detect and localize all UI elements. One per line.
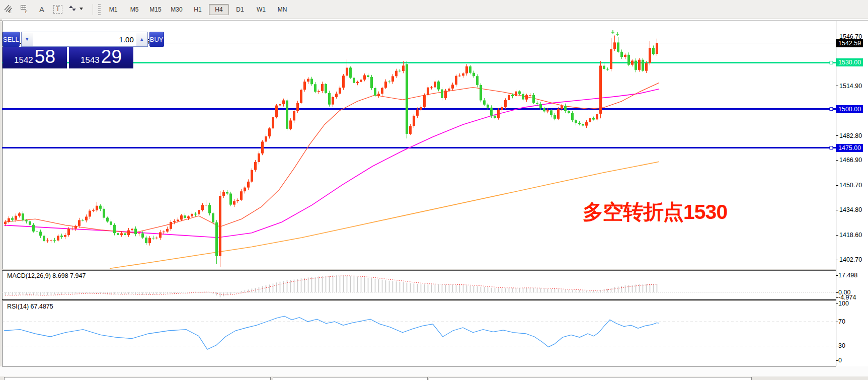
buy-price-main: 1543 (81, 55, 100, 65)
macd-splitter[interactable] (2, 269, 836, 270)
candle-body (155, 238, 158, 238)
arrange-arrows-icon[interactable] (67, 4, 88, 16)
candle-body (307, 79, 309, 82)
candle-body (441, 90, 443, 98)
candle-body (546, 110, 549, 111)
candle-body (22, 213, 24, 220)
volume-decrease-button[interactable]: ▼ (22, 32, 33, 46)
one-click-trading-panel: SELL ▼ ▲ BUY 1542 58 1543 29 (3, 31, 133, 68)
candle-body (198, 210, 200, 214)
timeframe-button-H4[interactable]: H4 (209, 4, 229, 15)
candle-body (74, 226, 77, 229)
price-axis-label: 1402.70 (839, 256, 862, 263)
candle-body (67, 229, 70, 235)
timeframe-button-M1[interactable]: M1 (103, 4, 123, 15)
candle-body (184, 215, 186, 218)
price-axis-label: 1434.80 (839, 206, 862, 213)
chart-tab[interactable] (4, 377, 271, 380)
candle-body (145, 238, 147, 243)
candle-body (187, 216, 190, 218)
candle-body (89, 211, 91, 217)
candle-body (159, 232, 162, 238)
candle-body (229, 194, 232, 205)
candle-body (413, 116, 415, 126)
hatch-e-icon[interactable]: E (3, 4, 16, 16)
candle-body (177, 219, 179, 221)
candle-body (525, 95, 528, 99)
svg-text:E: E (9, 10, 12, 14)
candle-body (472, 73, 475, 77)
rsi-axis-label: 30 (838, 342, 845, 349)
candle-body (208, 205, 211, 213)
timeframe-button-MN[interactable]: MN (272, 4, 292, 15)
candle-body (226, 192, 228, 193)
candle-body (539, 104, 542, 108)
timeframe-button-W1[interactable]: W1 (251, 4, 271, 15)
date-axis[interactable]: 19 Jul 201923 Jul 16:0025 Jul 16:0029 Ju… (0, 366, 868, 376)
candle-body (138, 234, 140, 234)
buy-price[interactable]: 1543 29 (69, 47, 133, 68)
volume-increase-button[interactable]: ▲ (136, 32, 147, 46)
candle-body (152, 238, 154, 239)
volume-input[interactable] (33, 32, 136, 46)
toolbar-grip[interactable] (98, 4, 101, 15)
grid-f-icon[interactable]: F (19, 4, 32, 16)
candle-body (339, 88, 341, 94)
hline-handle[interactable] (830, 108, 833, 111)
sell-price[interactable]: 1542 58 (3, 47, 67, 68)
timeframe-button-M30[interactable]: M30 (167, 4, 187, 15)
candle-body (458, 75, 461, 76)
candle-body (444, 91, 447, 98)
candle-body (582, 124, 584, 126)
hline-handle[interactable] (830, 61, 833, 64)
hline-handle[interactable] (830, 146, 833, 149)
candle-body (420, 107, 422, 110)
price-axis-badge: 1500.00 (836, 105, 863, 113)
price-axis-label: 1466.90 (839, 157, 862, 164)
candle-body (110, 221, 112, 225)
timeframe-button-D1[interactable]: D1 (230, 4, 250, 15)
candle-body (550, 110, 553, 115)
candle-body (300, 90, 302, 103)
ma_mid-line (4, 89, 659, 238)
candle-body (43, 236, 45, 241)
candle-body (50, 240, 52, 241)
chart-tab[interactable] (429, 377, 752, 380)
candle-body (561, 106, 563, 109)
candle-body (120, 234, 123, 235)
chart-tab[interactable] (273, 377, 428, 380)
candle-body (652, 48, 655, 54)
timeframe-button-M5[interactable]: M5 (124, 4, 144, 15)
price-axis-badge: 1542.59 (836, 39, 863, 47)
candle-body (402, 65, 405, 71)
candle-body (201, 205, 204, 210)
candle-body (606, 69, 609, 69)
text-t-icon[interactable]: T (51, 4, 64, 16)
timeframe-button-H1[interactable]: H1 (188, 4, 208, 15)
candle-body (642, 60, 644, 71)
chart-text-annotation[interactable]: 多空转折点1530 (583, 198, 727, 226)
candle-body (564, 106, 567, 111)
candle-body (656, 43, 658, 54)
candle-body (627, 55, 630, 65)
rsi-axis-label: 0 (838, 357, 842, 364)
sell-price-pips: 58 (35, 47, 55, 67)
buy-button[interactable]: BUY (149, 32, 164, 47)
price-axis-label: 1450.70 (839, 182, 862, 189)
candle-body (134, 229, 137, 234)
price-axis-badge: 1530.00 (836, 58, 863, 66)
candle-body (571, 113, 574, 120)
sell-button[interactable]: SELL (3, 32, 20, 47)
candle-body (310, 79, 313, 84)
mt4-window: { "toolbar": { "icons": [ {"name": "hatc… (0, 0, 868, 380)
timeframe-button-M15[interactable]: M15 (145, 4, 166, 15)
rsi-splitter[interactable] (2, 300, 836, 300)
candle-body (18, 213, 21, 216)
text-a-icon[interactable]: A (35, 4, 48, 16)
candle-body (251, 170, 253, 182)
candle-body (434, 82, 436, 87)
candle-body (25, 220, 28, 221)
candle-body (303, 82, 306, 90)
candle-body (451, 85, 454, 88)
candle-body (222, 192, 225, 196)
